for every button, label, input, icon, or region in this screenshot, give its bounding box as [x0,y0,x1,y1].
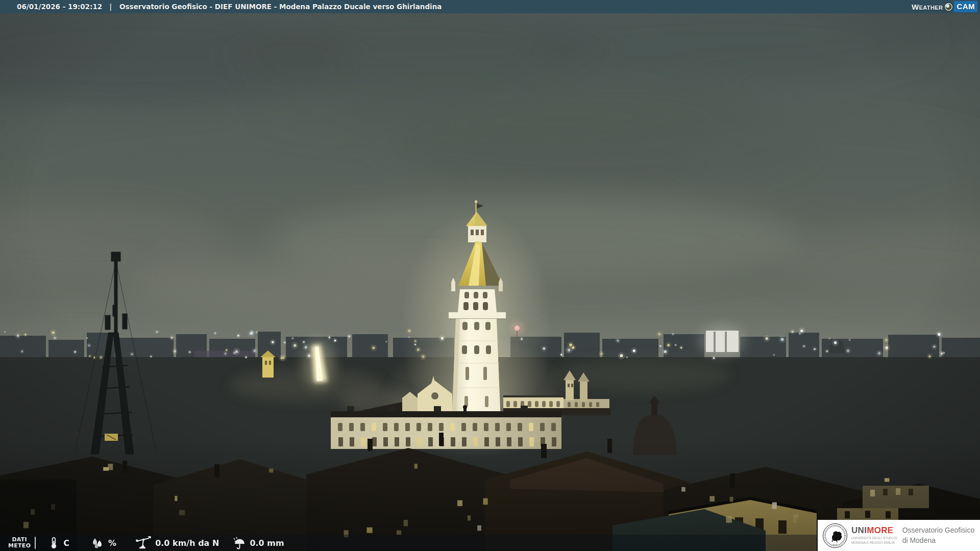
camera-lens-icon [945,3,952,11]
weathercam-logo: Weather CAM [912,1,980,12]
wind-value: 0.0 km/h da N [155,538,219,548]
datetime-label: 06/01/2026 - 19:02:12 [17,3,102,11]
unimore-brand: UNIMORE UNIVERSITÀ DEGLI STUDI DI MODENA… [851,526,897,544]
meteo-data-label: DATI METEO [8,537,31,549]
webcam-viewport: 06/01/2026 - 19:02:12 | Osservatorio Geo… [0,0,980,551]
droplets-icon [91,536,104,549]
rain-metric: 0.0 mm [232,536,284,549]
humidity-unit: % [108,538,116,548]
top-info-bar: 06/01/2026 - 19:02:12 | Osservatorio Geo… [0,0,980,13]
vignette [0,0,980,551]
weathercam-cam-badge: CAM [954,1,977,12]
unimore-wordmark: UNIMORE [851,526,897,535]
page-title: Osservatorio Geofisico - DIEF UNIMORE - … [119,3,442,11]
unimore-subtitle: UNIVERSITÀ DEGLI STUDI DI MODENA E REGGI… [851,536,897,544]
city-night-photo [0,0,980,551]
svg-text:1175: 1175 [833,543,837,546]
humidity-metric: % [91,536,116,549]
unimore-seal-icon: 1175 [822,523,848,548]
temperature-unit: C [63,538,69,548]
temperature-metric: C [48,536,69,549]
anemometer-icon [136,536,151,549]
unimore-credit-box: 1175 UNIMORE UNIVERSITÀ DEGLI STUDI DI M… [818,520,980,551]
umbrella-icon [232,536,246,549]
thermometer-icon [48,536,59,549]
separator: | [109,3,112,11]
divider [35,537,36,549]
weathercam-word: Weather [912,3,943,11]
observatory-name: Osservatorio Geofisico di Modena [902,525,975,545]
rain-value: 0.0 mm [250,538,284,548]
wind-metric: 0.0 km/h da N [136,536,219,549]
